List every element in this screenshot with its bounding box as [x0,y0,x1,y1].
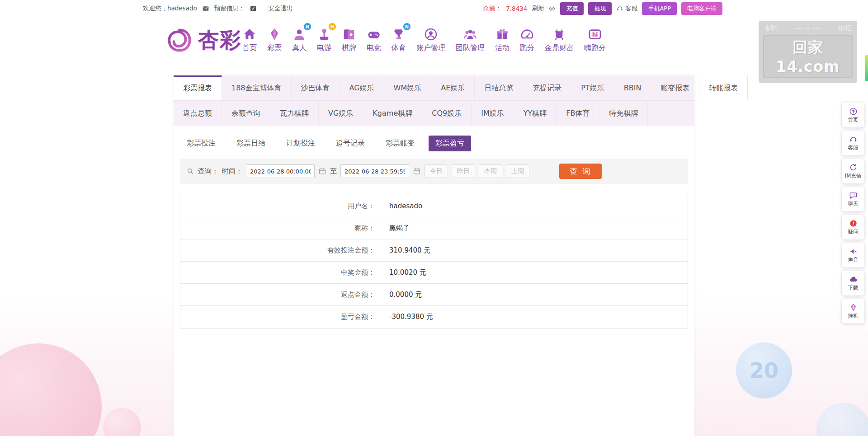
row-label: 用户名： [180,202,375,211]
subtab-jihua-touzhu[interactable]: 计划投注 [279,136,322,151]
wealth-ding-icon [552,27,566,42]
float-label: 疑问 [848,229,859,235]
today-button[interactable]: 今日 [425,164,448,178]
tab-fb-tiyu[interactable]: FB体育 [557,101,599,126]
nav-item-account-manage[interactable]: 账户管理 [416,24,445,53]
esports-gamepad-icon [367,27,381,42]
float-sound-button[interactable]: 声音 [842,243,864,267]
query-submit-button[interactable]: 查 询 [559,164,602,179]
nav-item-home[interactable]: 首页 [242,24,257,53]
subtab-caipiao-touzhu[interactable]: 彩票投注 [180,136,222,151]
eye-off-icon[interactable] [548,5,556,12]
tab-shaba-tiyu[interactable]: 沙巴体育 [292,75,340,100]
deposit-button[interactable]: 充值 [560,2,584,15]
subtab-zhuihao-jilu[interactable]: 追号记录 [329,136,372,151]
tab-cq9-yule[interactable]: CQ9娱乐 [422,101,472,126]
nav-item-boardgame[interactable]: 棋牌 [342,24,356,53]
float-label: 下载 [848,285,859,291]
tab-chongti-jilu[interactable]: 充提记录 [523,75,571,100]
tab-wm-yule[interactable]: WM娱乐 [384,75,432,100]
nav-label: 跑分 [520,43,534,53]
nav-item-sports[interactable]: N 体育 [392,24,406,53]
float-im-recharge-button[interactable]: IM充值 [842,159,864,183]
tab-188-jinbaobo[interactable]: 188金宝博体育 [222,75,292,100]
main-nav: 首页 彩票 N 真人 H 电游 棋牌 电竞 N 体育 [242,24,606,53]
nav-item-paofen[interactable]: 跑分 [520,24,534,53]
table-row: 昵称： 黑蝎子 [180,217,688,239]
customer-service-link[interactable]: 客服 [616,5,637,13]
edit-icon[interactable] [250,5,257,12]
this-week-button[interactable]: 本周 [479,164,502,178]
tab-ag-yule[interactable]: AG娱乐 [340,75,384,100]
nav-item-live[interactable]: N 真人 [292,24,307,53]
refresh-balance-link[interactable]: 刷新 [532,5,544,13]
tab-bbin[interactable]: BBIN [614,75,651,100]
tab-caipiao-baobiao[interactable]: 彩票报表 [174,75,222,100]
nav-item-activity[interactable]: 活动 [495,24,509,53]
subtab-caipiao-yingkui[interactable]: 彩票盈亏 [429,136,471,151]
to-label: 至 [330,167,337,176]
tab-kgame-qipai[interactable]: Kgame棋牌 [363,101,422,126]
tab-rijie-zonglan[interactable]: 日结总览 [475,75,523,100]
calendar-icon[interactable] [318,167,326,175]
nav-item-team-manage[interactable]: 团队管理 [456,24,485,53]
subtab-caipiao-rijie[interactable]: 彩票日结 [230,136,272,151]
customer-service-label: 客服 [625,5,637,13]
end-date-input[interactable] [340,164,409,178]
balance-value: 7.8434 [506,5,527,12]
float-service-button[interactable]: 客服 [842,131,864,155]
brand-flower-icon [165,26,193,54]
table-row: 有效投注金额： 310.9400 元 [180,239,688,262]
slot-game-icon [317,27,331,42]
watermark-domain: 回家14.com [763,35,853,78]
calendar-icon[interactable] [413,167,421,175]
watermark-left-text: 杏吧 [764,24,778,33]
watermark-right-text: 论坛 [838,24,852,33]
tab-zhuanzhang-baobiao[interactable]: 转账报表 [699,75,748,100]
tab-yy-qipai[interactable]: YY棋牌 [514,101,557,126]
row-label: 返点金额： [180,291,375,299]
float-download-button[interactable]: 下载 [842,271,864,295]
nav-label: 账户管理 [416,43,445,53]
lottery-icon [267,27,282,42]
float-label: 首页 [848,117,859,123]
withdraw-button[interactable]: 提现 [588,2,612,15]
float-chat-button[interactable]: 聊天 [842,187,864,211]
nav-item-wealth[interactable]: 金鼎财富 [545,24,574,53]
last-week-button[interactable]: 上周 [506,164,529,178]
tab-fandian-zonge[interactable]: 返点总额 [174,101,222,126]
subtab-caipiao-zhangbian[interactable]: 彩票账变 [379,136,421,151]
tab-vg-yule[interactable]: VG娱乐 [319,101,363,126]
float-label: 挂机 [848,313,859,319]
float-home-button[interactable]: 首页 [842,103,864,127]
nav-item-lottery[interactable]: 彩票 [267,24,282,53]
float-question-button[interactable]: 疑问 [842,215,864,239]
home-icon [242,27,257,42]
nav-item-egame[interactable]: H 电游 [317,24,331,53]
float-label: IM充值 [845,173,861,179]
tab-wali-qipai[interactable]: 瓦力棋牌 [270,101,319,126]
tab-yue-chaxun[interactable]: 余额查询 [222,101,270,126]
float-hangup-button[interactable]: 挂机 [842,299,864,323]
scroll-indicator[interactable] [865,55,868,81]
pc-client-button[interactable]: 电脑客户端 [681,2,722,15]
live-person-icon [292,27,307,42]
start-date-input[interactable] [246,164,315,178]
brand-logo[interactable]: 杏彩 [165,26,241,54]
nav-item-esports[interactable]: 电竞 [367,24,381,53]
tab-temian-qipai[interactable]: 特免棋牌 [599,101,648,126]
flourish-icon [794,26,821,31]
tab-pt-yule[interactable]: PT娱乐 [571,75,614,100]
question-alert-icon [849,219,858,228]
nav-label: 团队管理 [456,43,485,53]
report-tabs-row1: 彩票报表 188金宝博体育 沙巴体育 AG娱乐 WM娱乐 AE娱乐 日结总览 充… [174,75,694,101]
yesterday-button[interactable]: 昨日 [452,164,475,178]
mobile-app-button[interactable]: 手机APP [642,2,677,15]
logout-link[interactable]: 安全退出 [268,5,292,13]
tab-ae-yule[interactable]: AE娱乐 [431,75,475,100]
mail-icon[interactable] [202,5,209,12]
tab-im-yule[interactable]: IM娱乐 [472,101,514,126]
topbar-right: 余额： 7.8434 刷新 充值 提现 客服 手机APP 电脑客户端 [483,2,722,15]
nav-item-hi-paofen[interactable]: hi 嗨跑分 [584,24,606,53]
tab-zhangbian-baobiao[interactable]: 账变报表 [651,75,699,100]
